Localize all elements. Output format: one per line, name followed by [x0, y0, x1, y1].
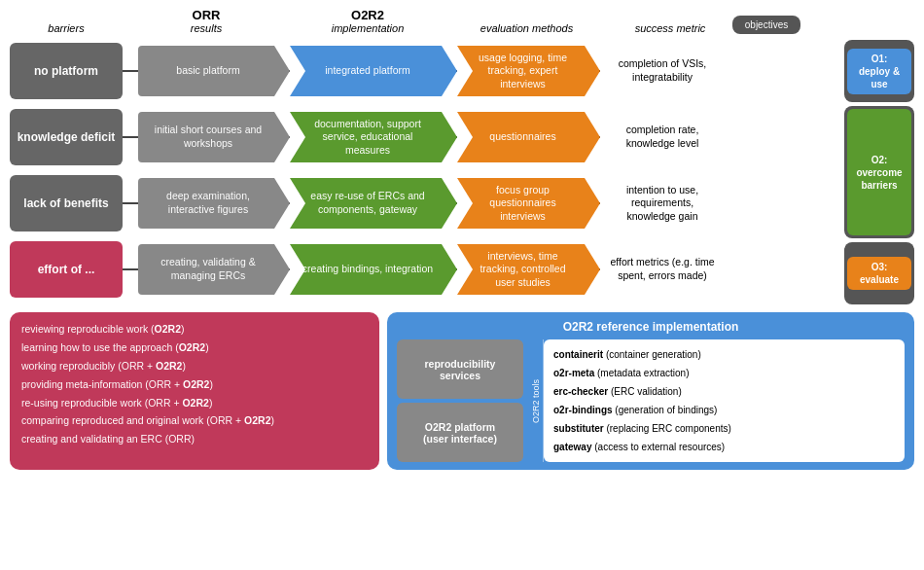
impl-2: documentation, support service, educatio…	[290, 112, 442, 162]
orr-header: ORR results	[138, 8, 274, 34]
connector-4a	[123, 268, 138, 270]
barrier-effort: effort of ...	[10, 241, 123, 298]
objectives-col: O1: deploy & use O2: overcome barriers O…	[844, 40, 914, 304]
barrier-no-platform: no platform	[10, 43, 123, 99]
obj-3: O3: evaluate	[844, 242, 914, 304]
flow-row-4: effort of ... creating, validating & man…	[10, 238, 836, 301]
success-2: completion rate, knowledge level	[600, 112, 725, 162]
eval-2: questionnaires	[457, 112, 585, 162]
bottom-left-item-0: reviewing reproducible work (O2R2)	[21, 320, 368, 338]
services-col: reproducibility services O2R2 platform (…	[397, 339, 523, 462]
barrier-benefits: lack of benefits	[10, 175, 123, 232]
bottom-left-item-6: creating and validating an ERC (ORR)	[21, 430, 368, 448]
success-header: success metric	[608, 22, 732, 34]
service-box-1: reproducibility services	[397, 339, 523, 399]
barriers-label: barriers	[10, 22, 123, 34]
barrier-knowledge: knowledge deficit	[10, 109, 123, 165]
service-box-2: O2R2 platform (user interface)	[397, 403, 523, 462]
main-container: barriers ORR results O2R2 implementation…	[0, 0, 924, 478]
impl-header: O2R2 implementation	[290, 8, 445, 34]
bottom-left-item-2: working reproducibly (ORR + O2R2)	[21, 357, 368, 375]
connector-2a	[123, 136, 138, 138]
bottom-right-title: O2R2 reference implementation	[397, 320, 905, 334]
tool-3: erc-checker (ERC validation)	[553, 382, 895, 401]
orr-result-1: basic platform	[138, 46, 274, 96]
tool-2: o2r-meta (metadata extraction)	[553, 364, 895, 382]
bottom-left-item-4: re-using reproducible work (ORR + O2R2)	[21, 394, 368, 412]
eval-1: usage logging, time tracking, expert int…	[457, 46, 585, 96]
connector-3a	[123, 202, 138, 204]
eval-4: interviews, time tracking, controlled us…	[457, 244, 585, 295]
tool-6: gateway (access to external resources)	[553, 438, 895, 456]
bottom-left-box: reviewing reproducible work (O2R2) learn…	[10, 312, 379, 470]
tool-1: containerit (container generation)	[553, 345, 895, 364]
bottom-left-item-5: comparing reproduced and original work (…	[21, 411, 368, 430]
orr-result-3: deep examination, interactive figures	[138, 178, 274, 229]
success-4: effort metrics (e.g. time spent, errors …	[600, 244, 725, 295]
flow-row-1: no platform basic platform integrated pl…	[10, 40, 836, 102]
flow-rows: no platform basic platform integrated pl…	[10, 40, 836, 304]
eval-header: evaluation methods	[461, 22, 592, 34]
obj-1: O1: deploy & use	[844, 40, 914, 102]
flow-row-2: knowledge deficit initial short courses …	[10, 106, 836, 168]
orr-result-4: creating, validating & managing ERCs	[138, 244, 274, 295]
bottom-section: reviewing reproducible work (O2R2) learn…	[10, 312, 914, 470]
flow-row-3: lack of benefits deep examination, inter…	[10, 172, 836, 234]
obj-2: O2: overcome barriers	[844, 106, 914, 238]
connector-1a	[123, 70, 138, 72]
flow-and-objectives: no platform basic platform integrated pl…	[10, 40, 914, 304]
eval-3: focus group questionnaires interviews	[457, 178, 585, 229]
impl-1: integrated platform	[290, 46, 442, 96]
tools-label: O2R2 tools	[529, 339, 544, 462]
tools-area: O2R2 tools containerit (container genera…	[529, 339, 905, 462]
bottom-left-item-3: providing meta-information (ORR + O2R2)	[21, 375, 368, 394]
obj-2-box: O2: overcome barriers	[847, 109, 911, 235]
obj-1-box: O1: deploy & use	[847, 49, 911, 94]
success-3: intention to use, requirements, knowledg…	[600, 178, 725, 229]
bottom-right-box: O2R2 reference implementation reproducib…	[387, 312, 914, 470]
impl-3: easy re-use of ERCs and components, gate…	[290, 178, 442, 229]
header-row: barriers ORR results O2R2 implementation…	[10, 8, 914, 34]
obj-3-box: O3: evaluate	[847, 257, 911, 290]
bottom-right-inner: reproducibility services O2R2 platform (…	[397, 339, 905, 462]
bottom-left-item-1: learning how to use the approach (O2R2)	[21, 338, 368, 357]
tools-list: containerit (container generation) o2r-m…	[544, 339, 905, 462]
success-1: completion of VSIs, integratability	[600, 46, 725, 96]
orr-result-2: initial short courses and workshops	[138, 112, 274, 162]
impl-4: creating bindings, integration	[290, 244, 442, 295]
objectives-header: objectives	[732, 16, 800, 34]
tool-5: substituter (replacing ERC components)	[553, 419, 895, 438]
tool-4: o2r-bindings (generation of bindings)	[553, 401, 895, 419]
